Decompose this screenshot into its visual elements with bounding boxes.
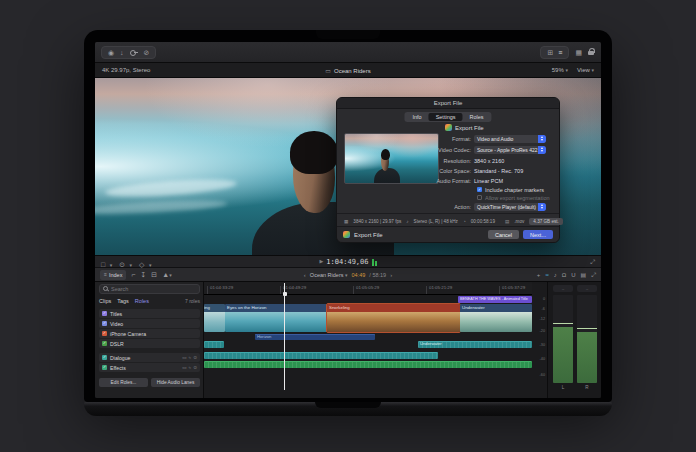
play-icon[interactable]: ▶: [319, 259, 323, 264]
next-project-icon[interactable]: ›: [390, 272, 392, 278]
music-audio-bar[interactable]: [204, 361, 532, 368]
edit-roles-button[interactable]: Edit Roles...: [99, 378, 148, 387]
role-checkbox[interactable]: ✓: [102, 321, 107, 326]
tab-roles[interactable]: Roles: [135, 298, 149, 304]
tab-settings[interactable]: Settings: [429, 113, 463, 121]
video-codec-dropdown[interactable]: Source - Apple ProRes 422: [474, 146, 546, 154]
import-media-icon[interactable]: ↓: [120, 49, 124, 56]
camera-notch: [316, 30, 380, 39]
role-row-effects[interactable]: ✓ Effects ▭ ≈ ⊙: [99, 363, 200, 372]
role-row-dialogue[interactable]: ✓ Dialogue ▭ ≈ ⊙: [99, 353, 200, 362]
timeline-nav-bar: ≡ Index ⌐ ↧ ⊟ ▲▾ ‹ Ocean Riders ▾ 04:49 …: [95, 268, 601, 282]
lane-toggle-icon[interactable]: ▭: [182, 365, 186, 370]
timeline-area: Clips Tags Roles 7 roles ✓ Titles ✓ Vide…: [95, 282, 601, 398]
summary-video-info: 3840 x 2160 | 29.97 fps: [353, 219, 401, 224]
list-view-icon[interactable]: ≡: [558, 49, 562, 56]
tab-clips[interactable]: Clips: [99, 298, 111, 304]
role-row-dslr[interactable]: ✓ DSLR: [99, 339, 200, 348]
timeline-tracks: 01:04:33:29 01:04:49:29 01:05:05:29 01:0…: [204, 282, 532, 398]
role-checkbox[interactable]: ✓: [102, 311, 107, 316]
format-dropdown[interactable]: Video and Audio: [474, 135, 546, 143]
view-toggle-group: ⊞ ≡: [540, 46, 569, 59]
title-clip[interactable]: BENEATH THE WAVES - Animated Title: [458, 296, 532, 303]
role-name: Effects: [110, 365, 126, 371]
summary-audio-info: Stereo (L, R) | 48 kHz: [414, 219, 458, 224]
dialog-tab-bar: Info Settings Roles: [404, 112, 491, 122]
allow-export-segmentation-checkbox[interactable]: [477, 195, 482, 200]
role-checkbox[interactable]: ✓: [102, 341, 107, 346]
tab-tags[interactable]: Tags: [117, 298, 129, 304]
audio-format-value: Linear PCM: [474, 178, 503, 184]
lane-toggle-icon[interactable]: ▭: [182, 355, 186, 360]
dialog-footer: Export File Cancel Next...: [337, 226, 559, 242]
audio-monitor-icon[interactable]: ≈: [189, 365, 192, 370]
action-dropdown[interactable]: QuickTime Player (default): [474, 203, 546, 211]
connected-audio-horizon[interactable]: Horizon: [255, 334, 375, 340]
export-summary-bar: ▦ 3840 x 2160 | 29.97 fps ♪ Stereo (L, R…: [344, 217, 553, 226]
search-input[interactable]: [111, 286, 191, 292]
effects-audio-bar[interactable]: [204, 352, 438, 359]
lock-icon[interactable]: [588, 48, 595, 56]
total-duration: 58:19: [372, 272, 386, 278]
role-checkbox[interactable]: ✓: [102, 355, 107, 360]
meter-left: [553, 295, 573, 383]
viewer-project-title: Ocean Riders: [334, 68, 371, 74]
elapsed-timecode: 04:49: [352, 272, 366, 278]
video-clip-eyes-on-the-horizon[interactable]: Eyes on the Horizon: [225, 304, 327, 332]
desktop-background: ◉ ↓ ⊘ ⊞ ≡ ▦ 4: [0, 0, 696, 452]
tab-info[interactable]: Info: [405, 113, 428, 121]
background-tasks-icon[interactable]: ⊘: [144, 49, 150, 56]
dialogue-audio-underwater[interactable]: Underwater: [418, 341, 532, 348]
cancel-button[interactable]: Cancel: [488, 230, 519, 239]
next-button[interactable]: Next...: [523, 230, 553, 239]
role-name: Dialogue: [110, 355, 130, 361]
dropdown-arrows-icon: [538, 146, 546, 154]
role-checkbox[interactable]: ✓: [102, 331, 107, 336]
tab-roles[interactable]: Roles: [463, 113, 491, 121]
role-row-iphone-camera[interactable]: ✓ iPhone Camera: [99, 329, 200, 338]
role-row-video[interactable]: ✓ Video: [99, 319, 200, 328]
include-chapter-markers-checkbox[interactable]: ✓: [477, 187, 482, 192]
browser-icon[interactable]: ▦: [575, 49, 582, 56]
size-estimate-badge: 4.37 GB est.: [529, 218, 563, 225]
role-row-titles[interactable]: ✓ Titles: [99, 309, 200, 318]
ruler-tick: 01:05:21:29: [429, 285, 452, 290]
footer-destination-label: Export File: [354, 232, 383, 238]
timeline-toolbar: □ ▾ ⊙ ▾ ◇ ▾ ▶ 1:04:49,06 ⤢: [95, 255, 601, 268]
playhead[interactable]: [284, 283, 285, 390]
previous-project-icon[interactable]: ‹: [304, 272, 306, 278]
action-label: Action:: [422, 204, 474, 210]
dropdown-arrows-icon: [538, 135, 546, 143]
index-tab-bar: Clips Tags Roles 7 roles: [99, 296, 200, 306]
index-search-field[interactable]: [99, 284, 200, 294]
record-icon[interactable]: ◉: [108, 49, 114, 56]
dialogue-audio-bar[interactable]: [204, 341, 224, 348]
include-chapter-markers-label: Include chapter markers: [485, 187, 544, 193]
resolution-value: 3840 x 2160: [474, 158, 504, 164]
search-icon: [103, 286, 109, 292]
video-clip-surfing[interactable]: Surfing: [204, 304, 225, 332]
hide-audio-lanes-button[interactable]: Hide Audio Lanes: [151, 378, 200, 387]
role-name: Video: [110, 321, 123, 327]
role-settings-icon[interactable]: ⊙: [193, 365, 197, 370]
role-settings-icon[interactable]: ⊙: [193, 355, 197, 360]
duration-icon: ◔: [463, 219, 466, 224]
audio-meters-panel: – – L R: [547, 282, 601, 398]
video-clip-underwater[interactable]: Underwater: [460, 304, 532, 332]
summary-file-type: .mov: [514, 219, 524, 224]
file-type-icon: ▤: [505, 219, 509, 224]
role-checkbox[interactable]: ✓: [102, 365, 107, 370]
grid-view-icon[interactable]: ⊞: [547, 49, 553, 56]
allow-export-segmentation-label: Allow export segmentation: [485, 195, 550, 201]
audio-monitor-icon[interactable]: ≈: [189, 355, 192, 360]
ruler-tick: 01:04:49:29: [283, 285, 306, 290]
app-window: ◉ ↓ ⊘ ⊞ ≡ ▦ 4: [95, 42, 601, 398]
macbook-bezel: ◉ ↓ ⊘ ⊞ ≡ ▦ 4: [84, 30, 612, 402]
keyword-editor-icon[interactable]: [130, 48, 138, 56]
export-destination-icon: [343, 231, 350, 238]
timeline-ruler[interactable]: 01:04:33:29 01:04:49:29 01:05:05:29 01:0…: [204, 282, 532, 295]
timeline-project-menu[interactable]: Ocean Riders ▾: [310, 272, 348, 278]
ruler-tick: 01:05:05:29: [356, 285, 379, 290]
video-clip-snorkeling[interactable]: Snorkeling: [327, 304, 460, 332]
mini-audio-meters[interactable]: [372, 258, 377, 266]
